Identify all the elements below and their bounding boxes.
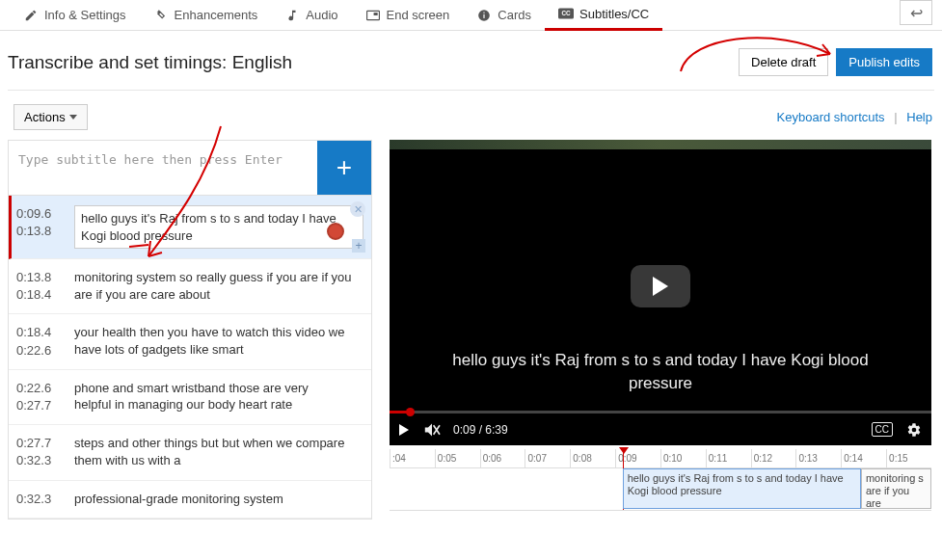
tab-subtitles-cc[interactable]: CC Subtitles/CC bbox=[545, 0, 662, 31]
insert-below-icon[interactable]: + bbox=[352, 239, 365, 253]
svg-text:CC: CC bbox=[561, 10, 571, 16]
subtitle-times[interactable]: 0:13.80:18.4 bbox=[16, 269, 65, 304]
player-controls: 0:09 / 6:39 CC bbox=[390, 413, 931, 445]
subtitle-times[interactable]: 0:22.60:27.7 bbox=[16, 380, 65, 414]
tab-audio[interactable]: Audio bbox=[271, 0, 351, 31]
delete-draft-button[interactable]: Delete draft bbox=[739, 48, 828, 76]
actions-dropdown[interactable]: Actions bbox=[13, 104, 88, 130]
end-time[interactable]: 0:18.4 bbox=[16, 286, 65, 304]
end-time[interactable]: 0:32.3 bbox=[16, 452, 65, 469]
start-time[interactable]: 0:13.8 bbox=[16, 269, 65, 286]
play-icon bbox=[653, 277, 668, 296]
playhead-layer bbox=[390, 449, 931, 468]
page-title: Transcribe and set timings: English bbox=[8, 52, 292, 73]
start-time[interactable]: 0:32.3 bbox=[16, 491, 65, 508]
cc-icon: CC bbox=[558, 6, 574, 21]
add-subtitle-button[interactable]: + bbox=[317, 141, 371, 195]
help-links: Keyboard shortcuts | Help bbox=[777, 110, 942, 124]
subtitle-row[interactable]: 0:18.40:22.6your health then you have to… bbox=[9, 314, 371, 369]
subtitle-row[interactable]: 0:32.3professional-grade monitoring syst… bbox=[9, 481, 371, 519]
subtitle-text: your health then you have to watch this … bbox=[74, 324, 363, 359]
timeline-segment[interactable]: monitoring s are if you are bbox=[861, 468, 931, 509]
separator bbox=[8, 90, 934, 91]
subtitle-text[interactable]: hello guys it's Raj from s to s and toda… bbox=[74, 205, 363, 249]
subtitle-row[interactable]: 0:13.80:18.4monitoring system so really … bbox=[9, 259, 371, 314]
start-time[interactable]: 0:22.6 bbox=[16, 380, 65, 397]
keyboard-shortcuts-link[interactable]: Keyboard shortcuts bbox=[777, 110, 885, 124]
help-link[interactable]: Help bbox=[906, 110, 932, 124]
tab-label: Subtitles/CC bbox=[579, 7, 649, 21]
subtitle-editor: + 0:09.60:13.8hello guys it's Raj from s… bbox=[8, 140, 372, 520]
subtitle-input[interactable] bbox=[9, 141, 317, 195]
play-button[interactable] bbox=[399, 424, 409, 436]
end-time[interactable]: 0:27.7 bbox=[16, 397, 65, 414]
header-row: Transcribe and set timings: English Dele… bbox=[0, 31, 942, 90]
remove-subtitle-icon[interactable]: ✕ bbox=[350, 201, 365, 217]
subtitle-times[interactable]: 0:18.40:22.6 bbox=[16, 324, 65, 359]
pencil-icon bbox=[23, 8, 39, 23]
tab-label: Audio bbox=[306, 8, 337, 22]
divider: | bbox=[894, 110, 897, 124]
start-time[interactable]: 0:27.7 bbox=[16, 435, 65, 452]
header-actions: Delete draft Publish edits bbox=[739, 48, 932, 76]
record-icon[interactable] bbox=[327, 223, 344, 240]
timeline[interactable]: :040:050:060:070:080:090:100:110:120:130… bbox=[390, 449, 931, 511]
subtitle-input-row: + bbox=[9, 141, 371, 196]
tab-label: Enhancements bbox=[175, 8, 258, 22]
svg-rect-3 bbox=[484, 13, 485, 17]
caption-overlay: hello guys it's Raj from s to s and toda… bbox=[390, 349, 931, 395]
cc-toggle[interactable]: CC bbox=[872, 422, 893, 437]
wand-icon bbox=[153, 8, 169, 23]
timeline-segments[interactable]: hello guys it's Raj from s to s and toda… bbox=[390, 468, 931, 511]
subtitle-text: monitoring system so really guess if you… bbox=[74, 269, 363, 304]
reply-button[interactable]: ↩ bbox=[900, 0, 932, 25]
endscreen-icon bbox=[365, 8, 381, 23]
tab-cards[interactable]: Cards bbox=[463, 0, 545, 31]
reply-arrow-icon: ↩ bbox=[910, 4, 923, 22]
subtitle-text: steps and other things but but when we c… bbox=[74, 435, 363, 469]
subtitle-text: phone and smart wristband those are very… bbox=[74, 380, 363, 414]
subtitle-row[interactable]: 0:09.60:13.8hello guys it's Raj from s t… bbox=[9, 196, 371, 259]
music-note-icon bbox=[284, 8, 300, 23]
settings-gear-icon[interactable] bbox=[906, 422, 922, 438]
svg-rect-1 bbox=[373, 13, 377, 15]
subtitle-list[interactable]: 0:09.60:13.8hello guys it's Raj from s t… bbox=[9, 196, 371, 519]
chevron-down-icon bbox=[69, 115, 77, 120]
mute-button[interactable] bbox=[422, 422, 440, 438]
timeline-segment[interactable]: hello guys it's Raj from s to s and toda… bbox=[623, 468, 861, 509]
editor-tabs: Info & Settings Enhancements Audio End s… bbox=[0, 0, 942, 31]
subtitle-times[interactable]: 0:32.3 bbox=[16, 491, 65, 508]
subtitle-text: professional-grade monitoring system bbox=[74, 491, 363, 508]
tab-label: Info & Settings bbox=[44, 8, 126, 22]
time-ruler[interactable]: :040:050:060:070:080:090:100:110:120:130… bbox=[390, 449, 931, 468]
tab-end-screen[interactable]: End screen bbox=[352, 0, 464, 31]
tab-enhancements[interactable]: Enhancements bbox=[140, 0, 272, 31]
subtitle-times[interactable]: 0:09.60:13.8 bbox=[16, 205, 65, 249]
info-icon bbox=[476, 8, 492, 23]
start-time[interactable]: 0:09.6 bbox=[16, 205, 65, 223]
video-panel: hello guys it's Raj from s to s and toda… bbox=[390, 140, 934, 520]
video-player[interactable]: hello guys it's Raj from s to s and toda… bbox=[390, 140, 931, 445]
subtitle-row[interactable]: 0:22.60:27.7phone and smart wristband th… bbox=[9, 370, 371, 425]
actions-bar: Actions Keyboard shortcuts | Help bbox=[0, 100, 942, 140]
subtitle-times[interactable]: 0:27.70:32.3 bbox=[16, 435, 65, 469]
svg-rect-4 bbox=[484, 12, 485, 13]
tab-label: End screen bbox=[387, 8, 450, 22]
actions-label: Actions bbox=[24, 110, 66, 124]
end-time[interactable]: 0:22.6 bbox=[16, 342, 65, 360]
main-content: + 0:09.60:13.8hello guys it's Raj from s… bbox=[0, 140, 942, 520]
tab-label: Cards bbox=[498, 8, 531, 22]
time-display: 0:09 / 6:39 bbox=[453, 423, 508, 437]
play-big-button[interactable] bbox=[631, 265, 690, 307]
publish-edits-button[interactable]: Publish edits bbox=[836, 48, 932, 76]
video-thumbnail-strip bbox=[390, 140, 931, 149]
tab-info-settings[interactable]: Info & Settings bbox=[10, 0, 140, 31]
end-time[interactable]: 0:13.8 bbox=[16, 223, 65, 240]
subtitle-row[interactable]: 0:27.70:32.3steps and other things but b… bbox=[9, 425, 371, 480]
start-time[interactable]: 0:18.4 bbox=[16, 324, 65, 341]
